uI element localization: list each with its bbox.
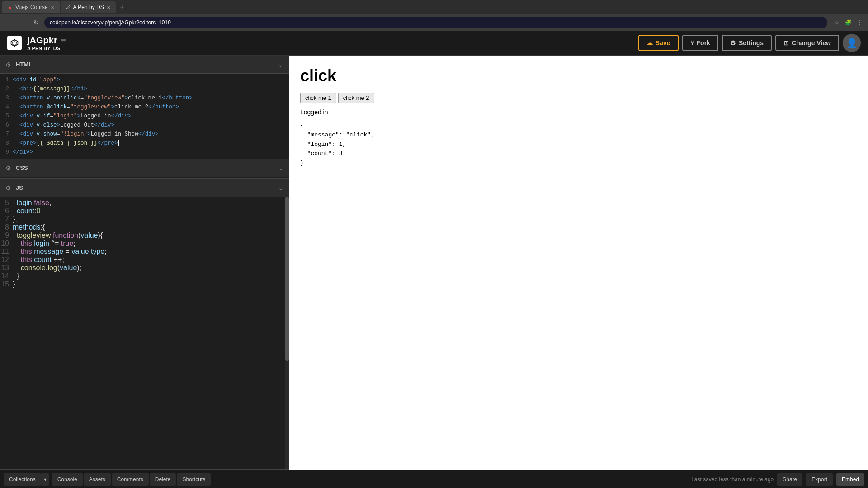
pen-id: jAGpkr: [27, 35, 57, 46]
export-button[interactable]: Export: [806, 473, 833, 486]
shortcuts-button[interactable]: Shortcuts: [177, 473, 211, 486]
js-collapse-icon[interactable]: ⌄: [278, 184, 283, 192]
js-line-12: 12 this.count ++;: [0, 256, 289, 264]
back-button[interactable]: ←: [4, 17, 14, 28]
js-line-8: 8 methods:{: [0, 223, 289, 231]
collections-dropdown-icon: ▾: [44, 476, 47, 483]
js-line-11: 11 this.message = value.type;: [0, 248, 289, 256]
save-icon: ☁: [646, 39, 653, 47]
comments-button[interactable]: Comments: [112, 473, 149, 486]
editor-panels: ⚙ HTML ⌄ 1 <div id="app"> 2 <h1>{{messag…: [0, 56, 289, 470]
tab-label: Vuejs Course: [15, 4, 48, 10]
extensions-icon[interactable]: 🧩: [843, 19, 854, 27]
js-line-9: 9 toggleview:function(value){: [0, 231, 289, 239]
html-panel-label: HTML: [16, 61, 32, 68]
save-label: Save: [656, 39, 670, 47]
js-panel-content[interactable]: 5 login:false, 6 count:0 7 }, 8 methods:…: [0, 197, 289, 469]
tab-close-icon[interactable]: ✕: [51, 5, 54, 10]
header-buttons: ☁ Save ⑂ Fork ⚙ Settings ⊡ Change View 👤: [638, 34, 861, 52]
js-panel: ⚙ JS ⌄ 5 login:false, 6 count:0 7 },: [0, 179, 289, 470]
new-tab-button[interactable]: +: [117, 2, 127, 13]
change-view-label: Change View: [792, 39, 831, 47]
tab-bar: 🔺 Vuejs Course ✕ 🖊 A Pen by DS ✕ +: [0, 0, 868, 14]
fork-button[interactable]: ⑂ Fork: [682, 35, 718, 51]
js-panel-header: ⚙ JS ⌄: [0, 179, 289, 197]
preview-panel: click click me 1 click me 2 Logged in { …: [289, 56, 868, 470]
preview-click-me-2-button[interactable]: click me 2: [338, 93, 374, 103]
preview-buttons: click me 1 click me 2: [300, 93, 857, 103]
collections-button[interactable]: Collections: [4, 473, 41, 486]
tab-pen-by-ds[interactable]: 🖊 A Pen by DS ✕: [61, 1, 116, 13]
codepen-logo-svg: [10, 38, 19, 47]
css-gear-icon[interactable]: ⚙: [5, 164, 11, 172]
css-collapse-icon[interactable]: ⌄: [278, 164, 283, 172]
refresh-icon: ↻: [33, 19, 39, 26]
preview-heading: click: [300, 66, 857, 85]
js-line-6: 6 count:0: [0, 207, 289, 215]
delete-button[interactable]: Delete: [150, 473, 176, 486]
user-avatar-icon: 👤: [846, 38, 858, 48]
pen-by: A PEN BY DS: [27, 46, 66, 51]
js-scrollbar-track: [285, 197, 289, 469]
js-line-5: 5 login:false,: [0, 199, 289, 207]
collections-dropdown-button[interactable]: ▾: [41, 473, 49, 486]
save-button[interactable]: ☁ Save: [638, 35, 679, 51]
tab-vuejs-course[interactable]: 🔺 Vuejs Course ✕: [2, 1, 60, 13]
refresh-button[interactable]: ↻: [31, 17, 42, 28]
js-gear-icon[interactable]: ⚙: [5, 184, 11, 192]
embed-button[interactable]: Embed: [836, 473, 864, 486]
settings-label: Settings: [739, 39, 764, 47]
js-line-10: 10 this.login ^= true;: [0, 239, 289, 248]
css-panel: ⚙ CSS ⌄: [0, 159, 289, 179]
preview-click-me-1-button[interactable]: click me 1: [300, 93, 336, 103]
pen-title-area: jAGpkr ✏ A PEN BY DS: [27, 35, 66, 51]
assets-button[interactable]: Assets: [84, 473, 111, 486]
html-line-1: 1 <div id="app">: [0, 75, 289, 84]
css-panel-header: ⚙ CSS ⌄: [0, 159, 289, 177]
address-bar-input[interactable]: [44, 17, 827, 28]
html-panel-header: ⚙ HTML ⌄: [0, 56, 289, 74]
codepen-header: jAGpkr ✏ A PEN BY DS ☁ Save ⑂ Fork ⚙ Set…: [0, 31, 868, 56]
preview-logged-status: Logged in: [300, 108, 857, 116]
css-panel-label: CSS: [16, 164, 28, 171]
fork-label: Fork: [697, 39, 710, 47]
edit-pen-icon[interactable]: ✏: [61, 37, 66, 44]
js-line-15: 15 }: [0, 280, 289, 288]
preview-json-output: { "message": "click", "login": 1, "count…: [300, 121, 857, 168]
pen-by-author: DS: [53, 46, 60, 51]
preview-content: click click me 1 click me 2 Logged in { …: [289, 56, 868, 470]
js-scrollbar-thumb[interactable]: [285, 197, 289, 361]
html-panel-content[interactable]: 1 <div id="app"> 2 <h1>{{message}}</h1> …: [0, 74, 289, 159]
html-panel: ⚙ HTML ⌄ 1 <div id="app"> 2 <h1>{{messag…: [0, 56, 289, 159]
codepen-logo[interactable]: [7, 36, 22, 50]
pen-title: jAGpkr ✏: [27, 35, 66, 46]
console-button[interactable]: Console: [52, 473, 83, 486]
html-gear-icon[interactable]: ⚙: [5, 61, 11, 68]
forward-button[interactable]: →: [17, 17, 28, 28]
change-view-icon: ⊡: [783, 39, 789, 47]
js-line-13: 13 console.log(value);: [0, 264, 289, 272]
address-bar-row: ← → ↻ ☆ 🧩 ⋮: [0, 14, 868, 31]
js-panel-label: JS: [16, 184, 23, 191]
tab-close-active-icon[interactable]: ✕: [107, 5, 110, 10]
main-area: ⚙ HTML ⌄ 1 <div id="app"> 2 <h1>{{messag…: [0, 56, 868, 470]
html-line-7: 7 <div v-show="!login">Logged in Show</d…: [0, 130, 289, 139]
settings-icon: ⚙: [730, 39, 736, 47]
html-collapse-icon[interactable]: ⌄: [278, 61, 283, 68]
settings-button[interactable]: ⚙ Settings: [722, 35, 772, 51]
tab-label-active: A Pen by DS: [73, 4, 104, 10]
menu-icon[interactable]: ⋮: [855, 19, 864, 27]
share-button[interactable]: Share: [777, 473, 802, 486]
fork-icon: ⑂: [690, 39, 694, 47]
html-line-5: 5 <div v-if="login">Logged in</div>: [0, 112, 289, 121]
html-line-9: 9 </div>: [0, 148, 289, 157]
user-avatar[interactable]: 👤: [843, 34, 861, 52]
save-status: Last saved less than a minute ago: [691, 476, 774, 483]
bookmark-icon[interactable]: ☆: [833, 19, 841, 27]
forward-icon: →: [19, 19, 26, 26]
browser-chrome: 🔺 Vuejs Course ✕ 🖊 A Pen by DS ✕ + ← → ↻…: [0, 0, 868, 31]
browser-actions: ☆ 🧩 ⋮: [833, 19, 864, 27]
bottom-bar: Collections ▾ Console Assets Comments De…: [0, 470, 868, 488]
change-view-button[interactable]: ⊡ Change View: [775, 35, 839, 51]
tab-favicon: 🔺: [7, 5, 13, 10]
